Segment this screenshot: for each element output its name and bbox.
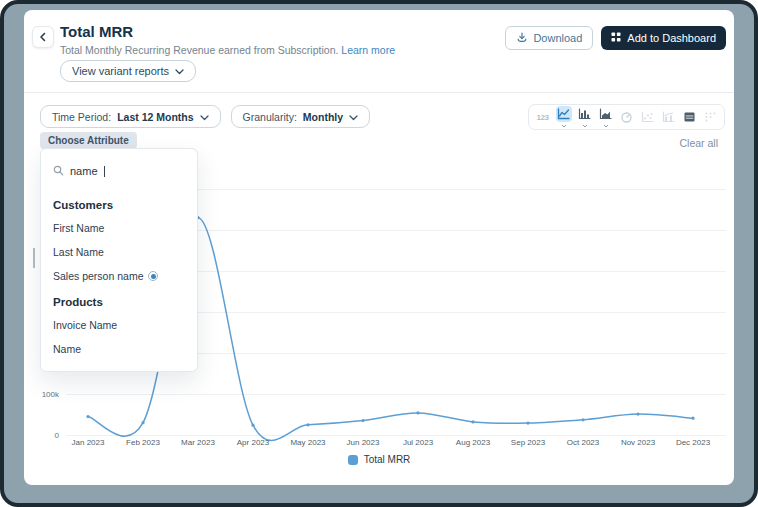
legend-label: Total MRR [364, 454, 411, 465]
attribute-item[interactable]: Name [41, 337, 197, 361]
x-axis-tick-label: Jan 2023 [72, 438, 105, 447]
data-point [691, 417, 694, 420]
x-axis-tick-label: Apr 2023 [237, 438, 269, 447]
attribute-item-label: Last Name [53, 246, 104, 258]
x-axis-tick-label: Aug 2023 [456, 438, 490, 447]
data-point [306, 423, 309, 426]
text-cursor [104, 166, 105, 177]
attribute-group-label: Products [41, 288, 197, 313]
attribute-item-label: Invoice Name [53, 319, 117, 331]
attribute-item[interactable]: Invoice Name [41, 313, 197, 337]
x-axis-tick-label: Dec 2023 [676, 438, 710, 447]
attribute-item-label: Name [53, 343, 81, 355]
x-axis-tick-label: Oct 2023 [567, 438, 599, 447]
attribute-item[interactable]: First Name [41, 216, 197, 240]
data-point [141, 421, 144, 424]
data-point [416, 411, 419, 414]
data-point [471, 420, 474, 423]
x-axis-tick-label: Jun 2023 [347, 438, 380, 447]
attribute-item[interactable]: Last Name [41, 240, 197, 264]
attribute-search-input[interactable]: name [41, 149, 197, 191]
attribute-group-label: Customers [41, 191, 197, 216]
x-axis-tick-label: Sep 2023 [511, 438, 545, 447]
data-point [526, 422, 529, 425]
data-point [86, 415, 89, 418]
report-panel: Total MRR Total Monthly Recurring Revenu… [24, 10, 734, 485]
data-point [636, 413, 639, 416]
search-value: name [70, 165, 98, 177]
attribute-item-label: First Name [53, 222, 104, 234]
search-icon [53, 162, 64, 180]
legend-total-mrr[interactable]: Total MRR [24, 454, 734, 465]
attribute-badge-icon [148, 271, 158, 281]
x-axis-tick-label: May 2023 [290, 438, 325, 447]
x-axis-tick-label: Feb 2023 [126, 438, 160, 447]
x-axis-tick-label: Jul 2023 [403, 438, 433, 447]
x-axis-tick-label: Nov 2023 [621, 438, 655, 447]
x-axis-tick-label: Mar 2023 [181, 438, 215, 447]
data-point [251, 424, 254, 427]
legend-swatch [348, 455, 358, 465]
attribute-item-label: Sales person name [53, 270, 143, 282]
data-point [361, 419, 364, 422]
data-point [581, 418, 584, 421]
attribute-item[interactable]: Sales person name [41, 264, 197, 288]
attribute-dropdown: name CustomersFirst NameLast NameSales p… [40, 148, 198, 372]
